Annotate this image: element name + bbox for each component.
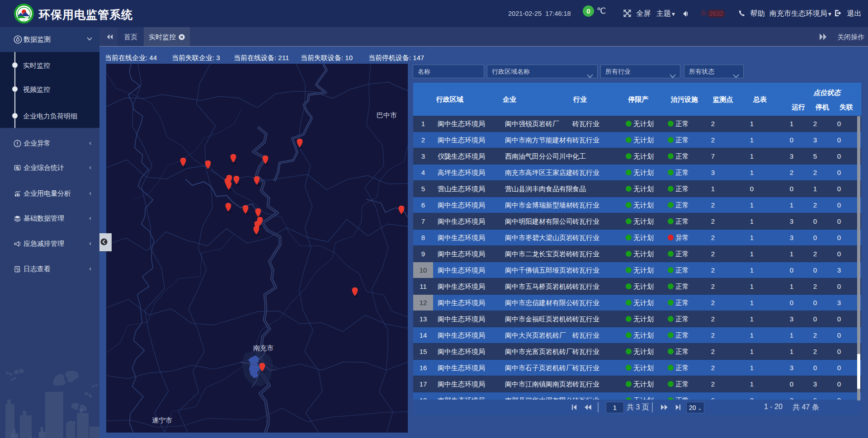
svg-text:电: 电 <box>16 166 19 170</box>
svg-text:巴中市: 巴中市 <box>377 111 397 119</box>
svg-text:南充市: 南充市 <box>253 344 274 352</box>
svg-text:遂宁市: 遂宁市 <box>152 416 172 424</box>
